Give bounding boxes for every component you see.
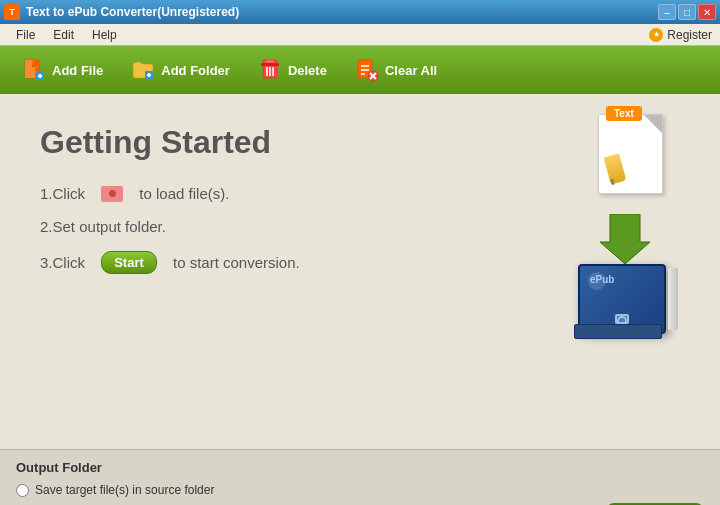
- add-file-button[interactable]: Add File: [10, 52, 115, 88]
- toolbar: Add File Add Folder Delete: [0, 46, 720, 94]
- add-folder-icon: [131, 58, 155, 82]
- register-button[interactable]: ★ Register: [649, 28, 712, 42]
- add-file-icon: [22, 58, 46, 82]
- add-file-label: Add File: [52, 63, 103, 78]
- delete-icon: [258, 58, 282, 82]
- output-folder-title: Output Folder: [16, 460, 704, 475]
- step3-start-badge: Start: [101, 251, 157, 274]
- close-button[interactable]: ✕: [698, 4, 716, 20]
- svg-rect-11: [261, 63, 279, 66]
- menu-file[interactable]: File: [8, 26, 43, 44]
- illustration: Text ePub: [520, 114, 680, 334]
- step3-suffix: to start conversion.: [173, 254, 300, 271]
- getting-started: Getting Started 1.Click to load file(s).…: [0, 94, 720, 449]
- text-label: Text: [606, 106, 642, 121]
- save-source-row: Save target file(s) in source folder: [16, 483, 704, 497]
- bottom-bar: Output Folder Save target file(s) in sou…: [0, 449, 720, 505]
- register-label: Register: [667, 28, 712, 42]
- delete-button[interactable]: Delete: [246, 52, 339, 88]
- step2-text: 2.Set output folder.: [40, 218, 166, 235]
- menu-items: File Edit Help: [8, 26, 125, 44]
- menu-edit[interactable]: Edit: [45, 26, 82, 44]
- menu-help[interactable]: Help: [84, 26, 125, 44]
- menu-bar: File Edit Help ★ Register: [0, 24, 720, 46]
- minimize-button[interactable]: –: [658, 4, 676, 20]
- clear-all-icon: [355, 58, 379, 82]
- save-source-label[interactable]: Save target file(s) in source folder: [35, 483, 214, 497]
- title-bar: T Text to ePub Converter(Unregistered) –…: [0, 0, 720, 24]
- step1-add-icon: [101, 186, 123, 202]
- text-file-icon: Text: [598, 114, 670, 199]
- step1-suffix: to load file(s).: [139, 185, 229, 202]
- title-bar-left: T Text to ePub Converter(Unregistered): [4, 4, 239, 20]
- title-bar-text: Text to ePub Converter(Unregistered): [26, 5, 239, 19]
- register-icon: ★: [649, 28, 663, 42]
- maximize-button[interactable]: □: [678, 4, 696, 20]
- app-icon: T: [4, 4, 20, 20]
- main-content: Getting Started 1.Click to load file(s).…: [0, 94, 720, 449]
- svg-rect-15: [266, 60, 274, 63]
- add-folder-label: Add Folder: [161, 63, 230, 78]
- save-source-radio[interactable]: [16, 484, 29, 497]
- epub-book-icon: ePub: [570, 249, 680, 334]
- step1-prefix: 1.Click: [40, 185, 85, 202]
- clear-all-button[interactable]: Clear All: [343, 52, 449, 88]
- clear-all-label: Clear All: [385, 63, 437, 78]
- title-bar-controls[interactable]: – □ ✕: [658, 4, 716, 20]
- add-folder-button[interactable]: Add Folder: [119, 52, 242, 88]
- delete-label: Delete: [288, 63, 327, 78]
- step3-prefix: 3.Click: [40, 254, 85, 271]
